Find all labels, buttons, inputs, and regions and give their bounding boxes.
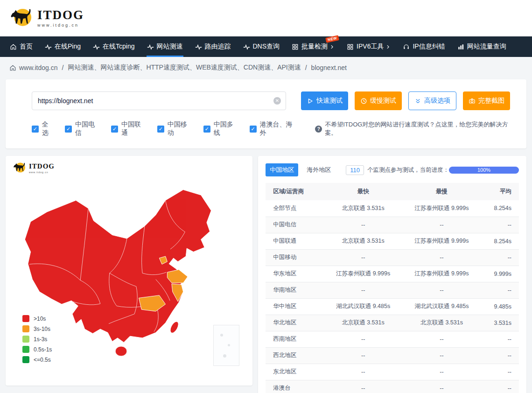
cell-region: 港澳台	[266, 380, 324, 393]
south-china-sea-inset	[213, 325, 239, 366]
checkbox-label: 中国多线	[214, 120, 239, 137]
pulse-icon	[243, 43, 250, 50]
legend-label: 0.5s-1s	[34, 346, 52, 353]
monitor-count-badge: 110	[346, 165, 364, 175]
nav-item-dns-query[interactable]: DNS查询	[237, 36, 286, 57]
clear-input-icon[interactable]: ✕	[273, 97, 281, 105]
cell-average: --	[481, 282, 519, 298]
play-icon	[307, 98, 314, 105]
cell-fastest: --	[324, 249, 402, 266]
cell-slowest: --	[402, 380, 481, 393]
col-header-slowest: 最慢	[402, 183, 481, 200]
full-screenshot-button[interactable]: 完整截图	[463, 91, 510, 110]
nav-label: 网站流量查询	[467, 42, 506, 51]
nav-label: 路由追踪	[205, 42, 231, 51]
table-row-central-china: 华中地区 湖北武汉联通 9.485s 湖北武汉联通 9.485s 9.485s	[266, 298, 519, 315]
checkbox-checked-icon: ✓	[32, 126, 39, 133]
breadcrumb-home-link[interactable]: www.itdog.cn	[9, 64, 57, 71]
tab-china-region[interactable]: 中国地区	[266, 163, 298, 176]
cell-fastest: --	[324, 282, 402, 298]
checkbox-china-telecom[interactable]: ✓ 中国电信	[65, 120, 101, 137]
pulse-icon	[93, 43, 100, 50]
question-icon: ?	[315, 126, 322, 133]
legend-label: >10s	[34, 316, 46, 322]
cell-average: 8.254s	[481, 200, 519, 217]
cell-fastest: 北京联通 3.531s	[324, 233, 402, 249]
fast-test-button[interactable]: 快速测试	[301, 91, 348, 110]
checkbox-checked-icon: ✓	[250, 126, 257, 133]
opt-out-help-link[interactable]: ? 不希望ITDOG对您的网站进行速度测试？点这里，给您完美的解决方案。	[315, 120, 517, 137]
china-map-card: ITDOG www.itdog.cn	[6, 156, 252, 386]
table-row-hk-mo-tw: 港澳台 -- -- --	[266, 380, 519, 393]
legend-item: <=0.5s	[22, 356, 52, 363]
dog-logo-icon	[12, 161, 27, 175]
checkbox-china-mobile[interactable]: ✓ 中国移动	[157, 120, 193, 137]
nav-item-ipv6-tools[interactable]: IPV6工具	[341, 36, 397, 57]
nav-item-website-speedtest[interactable]: 网站测速	[141, 36, 189, 57]
nav-label: IP信息纠错	[413, 42, 445, 51]
cell-region: 东北地区	[266, 364, 324, 380]
cell-fastest: 北京联通 3.531s	[324, 200, 402, 217]
nav-item-batch-check[interactable]: NEW 批量检测	[286, 36, 341, 57]
slow-test-button[interactable]: 缓慢测试	[355, 91, 402, 110]
progress-label: 100%	[477, 167, 490, 173]
cell-average: 9.999s	[481, 266, 519, 282]
checkbox-label: 中国电信	[75, 120, 101, 137]
cell-slowest: 江苏泰州联通 9.999s	[402, 233, 481, 249]
cell-region: 全部节点	[266, 200, 324, 217]
cell-fastest: 湖北武汉联通 9.485s	[324, 298, 402, 315]
pulse-icon	[195, 43, 202, 50]
grid-icon	[347, 43, 354, 50]
checkbox-select-all[interactable]: ✓ 全选	[32, 120, 55, 137]
nav-item-tcping[interactable]: 在线Tcping	[87, 36, 140, 57]
opt-out-help-text: 不希望ITDOG对您的网站进行速度测试？点这里，给您完美的解决方案。	[325, 120, 517, 137]
cell-fastest: --	[324, 364, 402, 380]
dog-logo-icon	[8, 5, 35, 31]
home-icon	[10, 43, 17, 50]
col-header-fastest: 最快	[324, 183, 402, 200]
breadcrumb-section[interactable]: 网站测速、网站速度诊断、HTTP速度测试、WEB速度测试、CDN测速、API测速	[68, 63, 301, 72]
breadcrumb: www.itdog.cn / 网站测速、网站速度诊断、HTTP速度测试、WEB速…	[0, 57, 532, 77]
checkbox-china-multiline[interactable]: ✓ 中国多线	[203, 120, 239, 137]
checkbox-china-unicom[interactable]: ✓ 中国联通	[111, 120, 147, 137]
map-watermark-logo: ITDOG www.itdog.cn	[12, 161, 55, 175]
cell-average: --	[481, 364, 519, 380]
itdog-logo[interactable]: ITDOG www.itdog.cn	[8, 5, 84, 31]
cell-slowest: 江苏泰州联通 9.999s	[402, 266, 481, 282]
legend-swatch	[22, 336, 29, 343]
checkbox-checked-icon: ✓	[65, 126, 72, 133]
cell-fastest: --	[324, 347, 402, 364]
advanced-options-button[interactable]: 高级选项	[408, 91, 456, 110]
cell-region: 中国电信	[266, 217, 324, 233]
col-header-average: 平均	[481, 183, 519, 200]
speed-test-panel: ✕ 快速测试 缓慢测试 高级选项 完整截图 ✓ 全选 ✓ 中国电信 ✓	[6, 79, 526, 148]
url-input-wrap: ✕	[32, 91, 286, 110]
legend-label: <=0.5s	[34, 357, 51, 363]
chevron-right-icon	[330, 44, 335, 49]
cell-average: 3.531s	[481, 315, 519, 331]
cell-slowest: --	[402, 331, 481, 347]
cell-fastest: --	[324, 217, 402, 233]
cell-slowest: --	[402, 364, 481, 380]
table-row-north-china: 华北地区 北京联通 3.531s 北京联通 3.531s 3.531s	[266, 315, 519, 331]
nav-item-traceroute[interactable]: 路由追踪	[189, 36, 237, 57]
nav-item-traffic-query[interactable]: 网站流量查询	[451, 36, 512, 57]
col-header-region: 区域/运营商	[266, 183, 324, 200]
checkbox-label: 中国联通	[121, 120, 147, 137]
nav-item-ip-correction[interactable]: IP信息纠错	[397, 36, 451, 57]
cell-average: 8.254s	[481, 233, 519, 249]
checkbox-hk-mo-tw-overseas[interactable]: ✓ 港澳台、海外	[250, 120, 298, 137]
tab-overseas-region[interactable]: 海外地区	[304, 163, 334, 176]
nav-item-home[interactable]: 首页	[4, 36, 39, 57]
nav-label: 网站测速	[157, 42, 183, 51]
cell-region: 西北地区	[266, 347, 324, 364]
url-input[interactable]	[32, 91, 286, 110]
table-row-all-nodes: 全部节点 北京联通 3.531s 江苏泰州联通 9.999s 8.254s	[266, 200, 519, 217]
nav-item-ping[interactable]: 在线Ping	[39, 36, 87, 57]
legend-item: 0.5s-1s	[22, 346, 52, 353]
results-table: 区域/运营商 最快 最慢 平均 全部节点 北京联通 3.531s 江苏泰州联通 …	[266, 183, 519, 393]
cell-region: 华东地区	[266, 266, 324, 282]
cell-fastest: 江苏泰州联通 9.999s	[324, 266, 402, 282]
table-row-china-mobile: 中国移动 -- -- --	[266, 249, 519, 266]
checkbox-label: 全选	[42, 120, 55, 137]
